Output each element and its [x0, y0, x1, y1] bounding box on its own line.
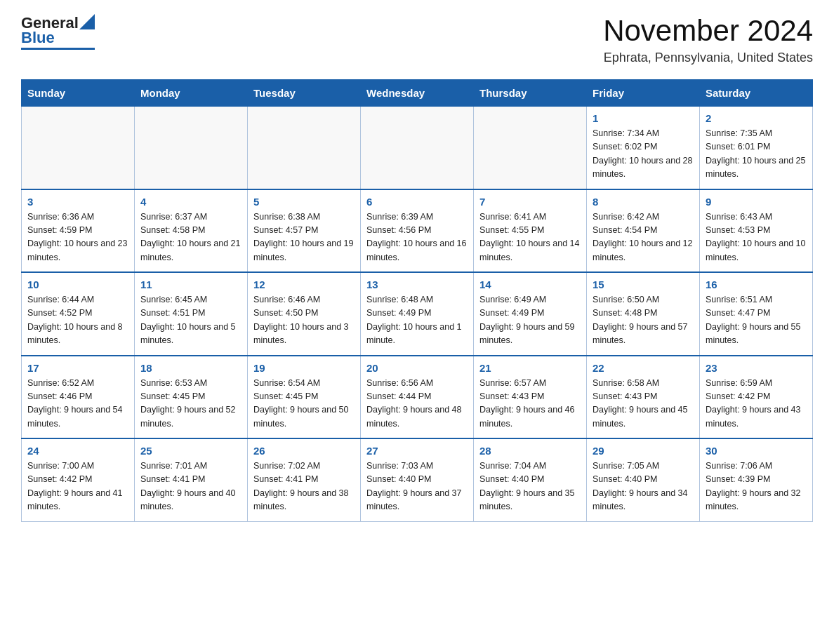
page-header: General Blue November 2024 Ephrata, Penn…: [21, 14, 813, 65]
calendar-cell: 4Sunrise: 6:37 AM Sunset: 4:58 PM Daylig…: [135, 189, 248, 273]
calendar-cell: 14Sunrise: 6:49 AM Sunset: 4:49 PM Dayli…: [474, 272, 587, 356]
day-info: Sunrise: 6:54 AM Sunset: 4:45 PM Dayligh…: [253, 377, 355, 431]
calendar-cell: 6Sunrise: 6:39 AM Sunset: 4:56 PM Daylig…: [361, 189, 474, 273]
day-info: Sunrise: 6:46 AM Sunset: 4:50 PM Dayligh…: [253, 293, 355, 348]
calendar-cell: [135, 107, 248, 189]
day-info: Sunrise: 6:48 AM Sunset: 4:49 PM Dayligh…: [366, 293, 468, 348]
day-info: Sunrise: 6:49 AM Sunset: 4:49 PM Dayligh…: [479, 293, 581, 348]
day-info: Sunrise: 7:01 AM Sunset: 4:41 PM Dayligh…: [140, 459, 241, 514]
day-number: 27: [366, 445, 468, 457]
calendar-cell: 8Sunrise: 6:42 AM Sunset: 4:54 PM Daylig…: [587, 189, 700, 273]
calendar-cell: 25Sunrise: 7:01 AM Sunset: 4:41 PM Dayli…: [135, 438, 248, 521]
calendar-week-row: 24Sunrise: 7:00 AM Sunset: 4:42 PM Dayli…: [22, 438, 813, 521]
day-info: Sunrise: 6:43 AM Sunset: 4:53 PM Dayligh…: [706, 210, 807, 265]
day-number: 12: [253, 279, 355, 290]
location-title: Ephrata, Pennsylvania, United States: [603, 51, 813, 65]
logo: General Blue: [21, 14, 95, 50]
day-info: Sunrise: 6:58 AM Sunset: 4:43 PM Dayligh…: [593, 377, 694, 431]
day-info: Sunrise: 6:50 AM Sunset: 4:48 PM Dayligh…: [593, 293, 694, 348]
day-number: 3: [27, 196, 128, 208]
svg-marker-0: [79, 14, 95, 29]
day-info: Sunrise: 6:41 AM Sunset: 4:55 PM Dayligh…: [479, 210, 581, 265]
calendar-cell: 18Sunrise: 6:53 AM Sunset: 4:45 PM Dayli…: [135, 356, 248, 439]
calendar-cell: 20Sunrise: 6:56 AM Sunset: 4:44 PM Dayli…: [361, 356, 474, 439]
calendar-cell: 17Sunrise: 6:52 AM Sunset: 4:46 PM Dayli…: [22, 356, 135, 439]
day-info: Sunrise: 7:04 AM Sunset: 4:40 PM Dayligh…: [479, 459, 581, 514]
weekday-header-friday: Friday: [587, 80, 700, 107]
day-info: Sunrise: 6:45 AM Sunset: 4:51 PM Dayligh…: [140, 293, 241, 348]
day-number: 28: [479, 445, 581, 457]
day-info: Sunrise: 7:03 AM Sunset: 4:40 PM Dayligh…: [366, 459, 468, 514]
calendar-cell: 12Sunrise: 6:46 AM Sunset: 4:50 PM Dayli…: [248, 272, 361, 356]
calendar-cell: 9Sunrise: 6:43 AM Sunset: 4:53 PM Daylig…: [700, 189, 813, 273]
calendar-cell: 26Sunrise: 7:02 AM Sunset: 4:41 PM Dayli…: [248, 438, 361, 521]
calendar-cell: 15Sunrise: 6:50 AM Sunset: 4:48 PM Dayli…: [587, 272, 700, 356]
calendar-cell: 11Sunrise: 6:45 AM Sunset: 4:51 PM Dayli…: [135, 272, 248, 356]
weekday-header-tuesday: Tuesday: [248, 80, 361, 107]
day-info: Sunrise: 6:51 AM Sunset: 4:47 PM Dayligh…: [706, 293, 807, 348]
day-number: 23: [706, 362, 807, 374]
day-number: 29: [593, 445, 694, 457]
day-number: 24: [27, 445, 128, 457]
weekday-header-wednesday: Wednesday: [361, 80, 474, 107]
weekday-header-saturday: Saturday: [700, 80, 813, 107]
calendar-cell: 22Sunrise: 6:58 AM Sunset: 4:43 PM Dayli…: [587, 356, 700, 439]
day-number: 16: [706, 279, 807, 290]
day-number: 10: [27, 279, 128, 290]
day-number: 26: [253, 445, 355, 457]
day-info: Sunrise: 6:38 AM Sunset: 4:57 PM Dayligh…: [253, 210, 355, 265]
day-number: 22: [593, 362, 694, 374]
calendar-cell: [22, 107, 135, 189]
calendar-cell: 30Sunrise: 7:06 AM Sunset: 4:39 PM Dayli…: [700, 438, 813, 521]
day-number: 19: [253, 362, 355, 374]
day-info: Sunrise: 6:39 AM Sunset: 4:56 PM Dayligh…: [366, 210, 468, 265]
calendar-cell: [248, 107, 361, 189]
day-number: 14: [479, 279, 581, 290]
day-number: 25: [140, 445, 241, 457]
title-area: November 2024 Ephrata, Pennsylvania, Uni…: [603, 14, 813, 65]
day-info: Sunrise: 6:56 AM Sunset: 4:44 PM Dayligh…: [366, 377, 468, 431]
day-info: Sunrise: 6:36 AM Sunset: 4:59 PM Dayligh…: [27, 210, 128, 265]
day-number: 9: [706, 196, 807, 208]
calendar-cell: 2Sunrise: 7:35 AM Sunset: 6:01 PM Daylig…: [700, 107, 813, 189]
logo-blue-text: Blue: [21, 29, 55, 46]
calendar-week-row: 1Sunrise: 7:34 AM Sunset: 6:02 PM Daylig…: [22, 107, 813, 189]
day-number: 18: [140, 362, 241, 374]
day-info: Sunrise: 6:53 AM Sunset: 4:45 PM Dayligh…: [140, 377, 241, 431]
day-info: Sunrise: 6:37 AM Sunset: 4:58 PM Dayligh…: [140, 210, 241, 265]
day-number: 4: [140, 196, 241, 208]
day-number: 5: [253, 196, 355, 208]
day-info: Sunrise: 7:05 AM Sunset: 4:40 PM Dayligh…: [593, 459, 694, 514]
day-number: 20: [366, 362, 468, 374]
day-info: Sunrise: 7:34 AM Sunset: 6:02 PM Dayligh…: [593, 127, 694, 182]
weekday-header-sunday: Sunday: [22, 80, 135, 107]
calendar-cell: 16Sunrise: 6:51 AM Sunset: 4:47 PM Dayli…: [700, 272, 813, 356]
calendar-week-row: 17Sunrise: 6:52 AM Sunset: 4:46 PM Dayli…: [22, 356, 813, 439]
calendar-cell: 27Sunrise: 7:03 AM Sunset: 4:40 PM Dayli…: [361, 438, 474, 521]
day-info: Sunrise: 6:44 AM Sunset: 4:52 PM Dayligh…: [27, 293, 128, 348]
day-number: 21: [479, 362, 581, 374]
month-title: November 2024: [603, 14, 813, 48]
day-number: 13: [366, 279, 468, 290]
calendar-cell: [361, 107, 474, 189]
day-number: 6: [366, 196, 468, 208]
calendar-cell: 23Sunrise: 6:59 AM Sunset: 4:42 PM Dayli…: [700, 356, 813, 439]
calendar-cell: 7Sunrise: 6:41 AM Sunset: 4:55 PM Daylig…: [474, 189, 587, 273]
day-info: Sunrise: 7:06 AM Sunset: 4:39 PM Dayligh…: [706, 459, 807, 514]
day-number: 11: [140, 279, 241, 290]
day-info: Sunrise: 7:02 AM Sunset: 4:41 PM Dayligh…: [253, 459, 355, 514]
day-number: 17: [27, 362, 128, 374]
day-info: Sunrise: 7:00 AM Sunset: 4:42 PM Dayligh…: [27, 459, 128, 514]
day-number: 7: [479, 196, 581, 208]
day-info: Sunrise: 6:42 AM Sunset: 4:54 PM Dayligh…: [593, 210, 694, 265]
calendar-cell: 5Sunrise: 6:38 AM Sunset: 4:57 PM Daylig…: [248, 189, 361, 273]
calendar-cell: 3Sunrise: 6:36 AM Sunset: 4:59 PM Daylig…: [22, 189, 135, 273]
calendar-cell: 13Sunrise: 6:48 AM Sunset: 4:49 PM Dayli…: [361, 272, 474, 356]
logo-line: [21, 48, 95, 50]
calendar-cell: 21Sunrise: 6:57 AM Sunset: 4:43 PM Dayli…: [474, 356, 587, 439]
logo-triangle-icon: [79, 14, 95, 29]
weekday-header-monday: Monday: [135, 80, 248, 107]
calendar-table: SundayMondayTuesdayWednesdayThursdayFrid…: [21, 79, 813, 522]
calendar-week-row: 10Sunrise: 6:44 AM Sunset: 4:52 PM Dayli…: [22, 272, 813, 356]
day-number: 2: [706, 112, 807, 124]
